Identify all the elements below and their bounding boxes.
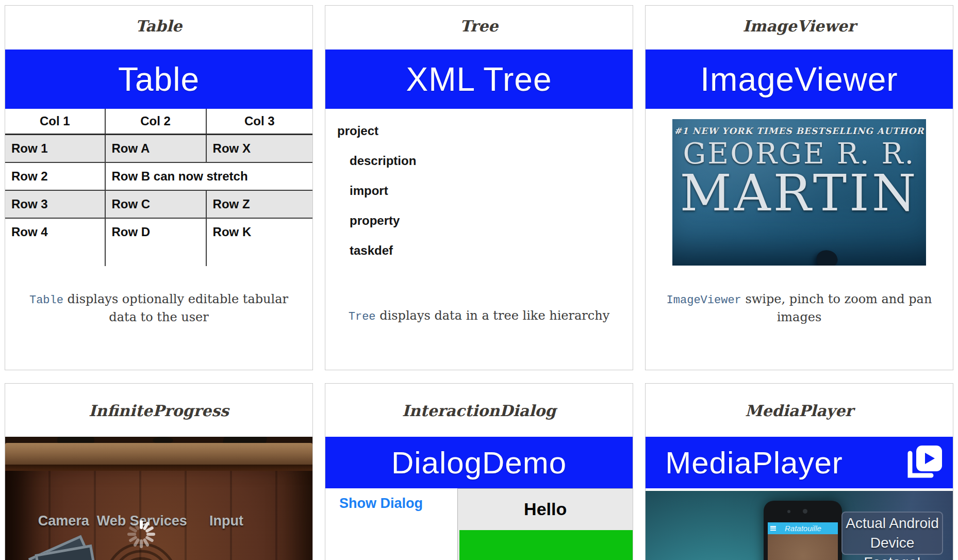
xml-tree: project description import property task…	[325, 109, 633, 266]
phone-camera-dot	[803, 509, 807, 514]
banner-label: XML Tree	[406, 60, 552, 98]
card-table[interactable]: Table Table Col 1 Col 2 Col 3 Row 1 Row …	[5, 5, 313, 370]
page-title: Tree	[325, 6, 633, 50]
table-cell: Row X	[206, 135, 312, 162]
tree-node: description	[337, 146, 633, 176]
banner-label: MediaPlayer	[665, 445, 843, 481]
photos-stack-icon	[32, 536, 94, 560]
card-interactiondialog[interactable]: InteractionDialog DialogDemo Show Dialog…	[325, 383, 633, 560]
table-cell: Row 2	[5, 163, 105, 190]
table-header-row: Col 1 Col 2 Col 3	[5, 109, 312, 135]
caption-text: displays data in a tree like hierarchy	[376, 308, 610, 323]
page-title: MediaPlayer	[646, 384, 953, 437]
page-title: InteractionDialog	[325, 384, 633, 437]
caption-code: Table	[29, 294, 63, 307]
table-row-empty	[5, 245, 312, 266]
components-gallery: Table Table Col 1 Col 2 Col 3 Row 1 Row …	[0, 0, 958, 560]
banner-label: Table	[118, 60, 200, 98]
phone-app-bar: Ratatouille	[768, 522, 838, 534]
show-dialog-button[interactable]: Show Dialog	[339, 496, 423, 512]
caption-text: swipe, pinch to zoom and pan images	[741, 292, 932, 324]
badge-line: Actual Android	[843, 514, 942, 533]
card-caption: Table displays optionally editable tabul…	[20, 291, 298, 325]
book-author-line: MARTIN	[672, 169, 926, 217]
banner-label: DialogDemo	[391, 445, 567, 481]
dialog-panel: Hello	[457, 488, 633, 560]
card-imageviewer[interactable]: ImageViewer ImageViewer #1 NEW YORK TIME…	[645, 5, 953, 370]
card-caption: ImageViewer swipe, pinch to zoom and pan…	[660, 291, 938, 325]
table-cell: Row 4	[5, 219, 105, 245]
phone-screen: Ratatouille	[768, 522, 838, 560]
tree-node: property	[337, 206, 633, 236]
table-row: Row 4 Row D Row K	[5, 219, 312, 245]
card-tree[interactable]: Tree XML Tree project description import…	[325, 5, 633, 370]
table-cell	[105, 245, 206, 266]
dialog-demo-body: Show Dialog Hello	[325, 488, 633, 560]
table-cell-spanned: Row B can now stretch	[105, 163, 312, 190]
banner-label: ImageViewer	[700, 60, 898, 98]
tree-node: import	[337, 176, 633, 206]
book-figure-silhouette	[816, 249, 839, 266]
wooden-shelf-image: Camera Web Services Input	[5, 437, 312, 560]
footage-badge: Actual Android Device Footage!	[841, 512, 943, 555]
page-title: Table	[5, 6, 312, 50]
column-header: Col 2	[105, 109, 206, 134]
card-mediaplayer[interactable]: MediaPlayer MediaPlayer Ratatouille	[645, 383, 953, 560]
table-demo-banner: Table	[5, 50, 312, 109]
video-play-collection-icon	[903, 443, 945, 482]
table-cell: Row D	[105, 219, 206, 245]
caption-code: Tree	[349, 310, 376, 323]
table-cell	[206, 245, 312, 266]
tree-node-root: project	[337, 116, 633, 146]
badge-line: Device Footage!	[843, 533, 942, 560]
shelf-label-input: Input	[209, 513, 243, 529]
table-row: Row 3 Row C Row Z	[5, 191, 312, 219]
table-cell: Row A	[105, 135, 206, 162]
dialog-demo-banner: DialogDemo	[325, 437, 633, 488]
page-title: InfiniteProgress	[5, 384, 312, 437]
caption-text: displays optionally editable tabular dat…	[63, 292, 288, 324]
table-row: Row 1 Row A Row X	[5, 135, 312, 163]
phone-camera-dot	[787, 510, 790, 513]
table-row: Row 2 Row B can now stretch	[5, 163, 312, 191]
hamburger-menu-icon	[770, 526, 776, 531]
media-promo-image: Ratatouille Actual Android Device Footag…	[646, 491, 953, 560]
card-caption: Tree displays data in a tree like hierar…	[340, 307, 618, 325]
loading-spinner-icon	[126, 519, 156, 549]
table-cell: Row 3	[5, 191, 105, 218]
page-title: ImageViewer	[646, 6, 953, 50]
card-infiniteprogress[interactable]: InfiniteProgress Camera Web Services Inp…	[5, 383, 313, 560]
table-cell	[5, 245, 105, 266]
shelf-shadow	[5, 465, 312, 471]
mediaplayer-demo-banner: MediaPlayer	[646, 437, 953, 488]
phone-video-frame	[768, 534, 838, 560]
column-header: Col 1	[5, 109, 105, 134]
dialog-title: Hello	[458, 489, 633, 530]
column-header: Col 3	[206, 109, 312, 134]
android-phone: Ratatouille	[764, 501, 842, 560]
caption-code: ImageViewer	[667, 294, 741, 307]
table-cell: Row 1	[5, 135, 105, 162]
shelf-label-camera: Camera	[38, 513, 89, 529]
dialog-body-green	[459, 530, 633, 560]
demo-table: Col 1 Col 2 Col 3 Row 1 Row A Row X Row …	[5, 109, 312, 266]
shelf-front-edge	[5, 443, 312, 465]
tree-node: taskdef	[337, 236, 633, 266]
book-tagline: #1 NEW YORK TIMES BESTSELLING AUTHOR	[672, 126, 926, 136]
phone-app-title: Ratatouille	[785, 524, 821, 533]
tree-demo-banner: XML Tree	[325, 50, 633, 109]
book-cover-image: #1 NEW YORK TIMES BESTSELLING AUTHOR GEO…	[672, 119, 926, 266]
table-cell: Row Z	[206, 191, 312, 218]
table-cell: Row K	[206, 219, 312, 245]
imageviewer-demo-banner: ImageViewer	[646, 50, 953, 109]
table-cell: Row C	[105, 191, 206, 218]
